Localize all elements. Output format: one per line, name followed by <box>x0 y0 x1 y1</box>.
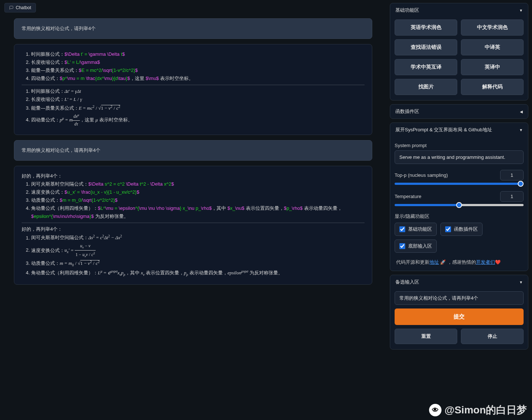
checkbox-input[interactable] <box>399 243 405 249</box>
visibility-checkbox-1[interactable]: 函数插件区 <box>440 223 483 236</box>
function-button-5[interactable]: 英译中 <box>461 59 524 75</box>
sysprompt-panel: 展开SysPrompt & 交互界面布局 & Github地址 ▼ System… <box>390 123 528 271</box>
function-button-4[interactable]: 学术中英互译 <box>395 59 457 75</box>
repo-link[interactable]: 地址 <box>429 260 439 265</box>
function-button-2[interactable]: 查找语法错误 <box>395 39 457 55</box>
temperature-number-input[interactable] <box>500 191 524 202</box>
assistant-message: 时间膨胀公式：$\Delta t' = \gamma \Delta t$ 长度收… <box>14 44 372 135</box>
sysprompt-input[interactable] <box>395 150 524 164</box>
basic-functions-panel: 基础功能区 ▼ 英语学术润色中文学术润色查找语法错误中译英学术中英互译英译中找图… <box>390 3 528 101</box>
user-message: 常用的狭义相对论公式，请列举4个 <box>14 18 372 39</box>
sysprompt-label: System prompt <box>395 143 524 148</box>
tab-label: Chatbot <box>16 5 31 10</box>
developers-link[interactable]: 开发者们 <box>476 260 495 265</box>
side-panel: 基础功能区 ▼ 英语学术润色中文学术润色查找语法错误中译英学术中英互译英译中找图… <box>386 0 532 420</box>
chevron-down-icon: ▼ <box>519 128 523 132</box>
chat-scroll[interactable]: 常用的狭义相对论公式，请列举4个 时间膨胀公式：$\Delta t' = \ga… <box>4 15 382 417</box>
tab-bar: Chatbot <box>4 3 382 12</box>
checkbox-input[interactable] <box>445 226 451 232</box>
alt-input-panel: 备选输入区 ▼ 提交 重置 停止 <box>390 275 528 350</box>
function-button-6[interactable]: 找图片 <box>395 79 457 95</box>
checkbox-input[interactable] <box>399 226 405 232</box>
assistant-message: 好的，再列举4个： 闵可夫斯基时空间隔公式：$\Delta s^2 = c^2 … <box>14 166 372 285</box>
heart-icon: ❤️ <box>495 260 501 265</box>
plugin-panel: 函数插件区 ◀ <box>390 104 528 119</box>
submit-button[interactable]: 提交 <box>395 308 524 325</box>
function-button-7[interactable]: 解释代码 <box>461 79 524 95</box>
checkbox-label: 底部输入区 <box>408 243 432 249</box>
formula-list-rendered: 闵可夫斯基时空间隔公式：Δs2 = c2Δt2 − Δx2 速度变换公式：ux′… <box>22 233 365 278</box>
reset-button[interactable]: 重置 <box>395 329 457 344</box>
footer-text: 代码开源和更新地址 🚀 ，感谢热情的开发者们❤️ <box>395 258 524 266</box>
visibility-checkbox-0[interactable]: 基础功能区 <box>395 223 437 236</box>
temperature-slider[interactable] <box>395 204 524 206</box>
toggle-section-label: 显示/隐藏功能区 <box>395 213 524 220</box>
basic-functions-header[interactable]: 基础功能区 ▼ <box>390 3 528 17</box>
formula-list-raw: 闵可夫斯基时空间隔公式：$\Delta s^2 = c^2 \Delta t^2… <box>22 180 365 220</box>
temperature-label: Temperature <box>395 194 421 199</box>
plugin-header[interactable]: 函数插件区 ◀ <box>390 105 528 118</box>
topp-label: Top-p (nucleus sampling) <box>395 172 448 178</box>
chevron-down-icon: ▼ <box>519 280 523 284</box>
sysprompt-header[interactable]: 展开SysPrompt & 交互界面布局 & Github地址 ▼ <box>390 123 528 137</box>
chevron-down-icon: ▼ <box>519 8 523 12</box>
checkbox-label: 函数插件区 <box>454 226 478 233</box>
alt-input-header[interactable]: 备选输入区 ▼ <box>390 275 528 289</box>
chat-icon <box>9 6 14 10</box>
topp-slider[interactable] <box>395 183 524 185</box>
topp-number-input[interactable] <box>500 170 524 180</box>
formula-list-rendered: 时间膨胀公式：Δt′ = γΔt 长度收缩公式：L′ = L / γ 能量—质量… <box>22 87 365 128</box>
formula-list-raw: 时间膨胀公式：$\Delta t' = \gamma \Delta t$ 长度收… <box>22 50 365 83</box>
function-button-1[interactable]: 中文学术润色 <box>461 19 524 36</box>
chat-panel: Chatbot 常用的狭义相对论公式，请列举4个 时间膨胀公式：$\Delta … <box>0 0 386 420</box>
visibility-checkbox-2[interactable]: 底部输入区 <box>395 240 437 253</box>
function-button-3[interactable]: 中译英 <box>461 39 524 55</box>
checkbox-label: 基础功能区 <box>408 226 432 233</box>
alt-text-input[interactable] <box>395 291 524 305</box>
user-message: 常用的狭义相对论公式，请再列举4个 <box>14 140 372 161</box>
chevron-left-icon: ◀ <box>520 110 523 114</box>
tab-chatbot[interactable]: Chatbot <box>4 3 36 12</box>
function-button-0[interactable]: 英语学术润色 <box>395 19 457 36</box>
stop-button[interactable]: 停止 <box>461 329 524 344</box>
